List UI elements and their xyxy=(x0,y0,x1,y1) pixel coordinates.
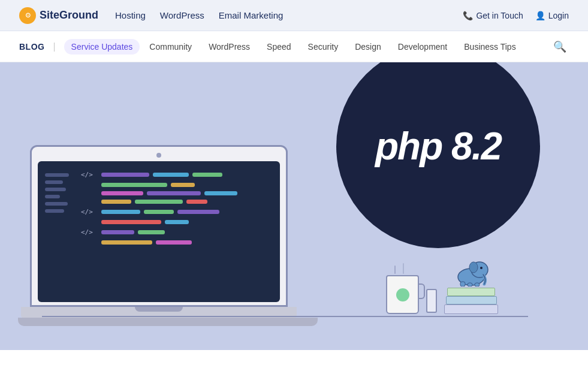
get-in-touch-link[interactable]: 📞 Get in Touch xyxy=(463,11,523,20)
code-row xyxy=(81,191,273,195)
blog-nav-speed[interactable]: Speed xyxy=(260,39,298,55)
code-bar xyxy=(171,183,195,187)
php-badge-circle: php 8.2 xyxy=(336,62,540,248)
code-bar xyxy=(138,230,165,234)
code-bar xyxy=(101,200,131,204)
code-bar xyxy=(101,220,161,224)
hero-section: php 8.2 </> xyxy=(0,62,588,350)
code-bar xyxy=(165,220,189,224)
code-area: </> xyxy=(81,168,273,295)
logo-icon: ⊙ xyxy=(19,7,36,24)
logo-text: SiteGround xyxy=(40,9,98,22)
code-bar xyxy=(144,210,174,214)
sidebar-line xyxy=(45,209,64,213)
svg-point-3 xyxy=(480,267,483,269)
sidebar-line xyxy=(45,195,60,198)
blog-nav-community[interactable]: Community xyxy=(142,39,199,55)
mug-handle xyxy=(418,283,425,299)
code-bar xyxy=(204,191,237,195)
logo[interactable]: ⊙ SiteGround xyxy=(19,7,98,24)
code-tag: </> xyxy=(81,208,98,216)
blog-navigation: BLOG | Service Updates Community WordPre… xyxy=(0,31,588,62)
code-row: </> xyxy=(81,208,273,216)
blog-nav-service-updates[interactable]: Service Updates xyxy=(64,39,140,55)
blog-nav-business-tips[interactable]: Business Tips xyxy=(457,39,523,55)
nav-link-hosting[interactable]: Hosting xyxy=(115,10,146,20)
code-row xyxy=(81,200,273,204)
book-top xyxy=(447,288,495,296)
nav-link-wordpress[interactable]: WordPress xyxy=(160,10,204,20)
laptop-camera xyxy=(156,153,161,158)
code-row: </> xyxy=(81,171,273,179)
code-row xyxy=(81,220,273,224)
top-nav-right: 📞 Get in Touch 👤 Login xyxy=(463,11,569,20)
top-navigation: ⊙ SiteGround Hosting WordPress Email Mar… xyxy=(0,0,588,31)
php-version-text: php 8.2 xyxy=(375,124,501,168)
code-bar xyxy=(156,240,192,245)
blog-divider: | xyxy=(53,41,55,52)
code-tag: </> xyxy=(81,228,98,236)
small-device xyxy=(426,289,437,313)
code-row xyxy=(81,183,273,187)
code-bar xyxy=(101,191,143,195)
code-bar xyxy=(101,173,149,177)
code-bar xyxy=(192,173,222,177)
code-bar xyxy=(135,200,183,204)
code-bar xyxy=(101,210,140,214)
blog-nav-development[interactable]: Development xyxy=(391,39,455,55)
desk-items xyxy=(386,258,498,314)
sidebar-line xyxy=(45,180,63,184)
desk-line xyxy=(42,316,528,317)
code-bar xyxy=(153,173,189,177)
svg-point-2 xyxy=(469,262,478,273)
steam-line xyxy=(394,266,396,274)
code-bar xyxy=(101,183,167,187)
code-bar xyxy=(147,191,201,195)
phone-icon: 📞 xyxy=(463,11,473,20)
code-row: </> xyxy=(81,228,273,236)
book-bottom xyxy=(444,304,498,314)
search-icon: 🔍 xyxy=(553,41,566,53)
steam-line xyxy=(403,263,404,274)
laptop-screen: </> xyxy=(38,161,280,302)
laptop-bottom xyxy=(18,318,318,326)
laptop-illustration: </> xyxy=(30,145,288,326)
top-nav-links: Hosting WordPress Email Marketing xyxy=(115,10,283,20)
blog-nav-wordpress[interactable]: WordPress xyxy=(201,39,257,55)
code-bar xyxy=(101,240,152,245)
blog-nav-links: Service Updates Community WordPress Spee… xyxy=(64,39,547,55)
nav-link-email-marketing[interactable]: Email Marketing xyxy=(219,10,284,20)
sidebar-line xyxy=(45,188,66,191)
svg-rect-5 xyxy=(468,283,472,286)
code-tag: </> xyxy=(81,171,98,179)
code-bar xyxy=(101,230,134,234)
blog-nav-design[interactable]: Design xyxy=(348,39,388,55)
user-icon: 👤 xyxy=(535,11,545,20)
sidebar-line xyxy=(45,202,68,206)
laptop-notch xyxy=(135,307,183,312)
code-sidebar xyxy=(45,168,75,295)
blog-nav-security[interactable]: Security xyxy=(301,39,346,55)
blog-label: BLOG xyxy=(19,42,44,52)
book-middle xyxy=(446,296,497,304)
books-stack xyxy=(444,258,498,314)
sidebar-line xyxy=(45,173,69,177)
login-link[interactable]: 👤 Login xyxy=(535,11,569,20)
search-button[interactable]: 🔍 xyxy=(551,38,569,56)
code-row xyxy=(81,240,273,245)
svg-rect-4 xyxy=(460,282,465,286)
coffee-mug xyxy=(386,275,419,314)
laptop-screen-outer: </> xyxy=(30,145,288,307)
mug-design xyxy=(396,288,409,301)
top-nav-left: ⊙ SiteGround Hosting WordPress Email Mar… xyxy=(19,7,283,24)
steam-effect xyxy=(392,263,406,276)
elephant-svg xyxy=(453,258,489,286)
code-bar xyxy=(186,200,207,204)
svg-rect-6 xyxy=(475,283,480,286)
code-bar xyxy=(177,210,219,214)
